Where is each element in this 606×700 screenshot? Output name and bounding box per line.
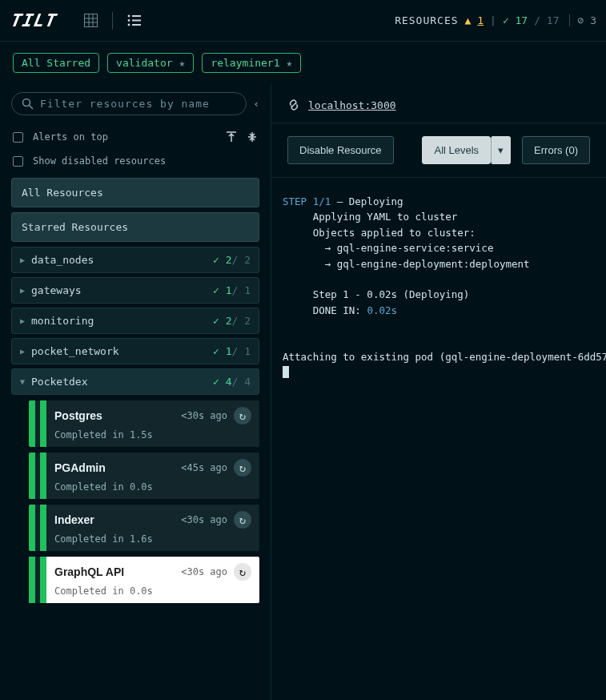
- group-pocket-network[interactable]: ▶ pocket_network ✓ 1 / 1: [11, 338, 259, 364]
- group-monitoring[interactable]: ▶ monitoring ✓ 2 / 2: [11, 308, 259, 334]
- resource-graphql-api[interactable]: GraphQL API <30s ago ↻ Completed in 0.0s: [29, 557, 259, 603]
- resource-pgadmin[interactable]: PGAdmin <45s ago ↻ Completed in 0.0s: [29, 453, 259, 499]
- show-disabled-option[interactable]: Show disabled resources: [11, 149, 259, 173]
- svg-point-11: [23, 99, 30, 107]
- chevron-down-icon: ▼: [20, 377, 25, 386]
- svg-point-5: [128, 15, 130, 18]
- star-icon[interactable]: ★: [179, 57, 186, 69]
- warning-count[interactable]: ▲ 1: [465, 14, 484, 26]
- disable-resource-button[interactable]: Disable Resource: [287, 136, 394, 164]
- reload-icon[interactable]: ↻: [234, 459, 251, 477]
- errors-filter-button[interactable]: Errors (0): [522, 136, 590, 164]
- checkbox-icon[interactable]: [13, 156, 23, 167]
- expand-all-icon[interactable]: [226, 131, 237, 143]
- svg-point-9: [128, 24, 130, 26]
- svg-point-7: [128, 19, 130, 22]
- sidebar: ‹ Alerts on top Show disabled resources …: [0, 84, 271, 700]
- view-switcher: [84, 12, 141, 30]
- ok-count[interactable]: ✓ 17: [503, 14, 528, 26]
- collapse-all-icon[interactable]: [247, 131, 258, 143]
- status-bar: RESOURCES ▲ 1 | ✓ 17 / 17 ⊘ 3: [395, 14, 596, 26]
- star-icon[interactable]: ★: [286, 57, 292, 69]
- search-input-wrap[interactable]: [11, 92, 247, 115]
- chevron-right-icon: ▶: [20, 316, 25, 325]
- tag-all-starred[interactable]: All Starred: [13, 53, 99, 73]
- chevron-right-icon: ▶: [20, 286, 25, 295]
- reload-icon[interactable]: ↻: [234, 407, 251, 424]
- group-data-nodes[interactable]: ▶ data_nodes ✓ 2 / 2: [11, 247, 259, 273]
- tag-relayminer1[interactable]: relayminer1★: [202, 53, 301, 73]
- reload-icon[interactable]: ↻: [234, 511, 251, 529]
- link-icon: [287, 99, 300, 111]
- tag-validator[interactable]: validator★: [107, 53, 194, 73]
- chevron-down-icon[interactable]: ▾: [491, 136, 511, 164]
- list-view-icon[interactable]: [127, 14, 141, 26]
- logo: TILT: [8, 10, 56, 30]
- svg-rect-6: [132, 15, 141, 17]
- checkbox-icon[interactable]: [13, 132, 23, 143]
- search-icon: [22, 98, 34, 110]
- chevron-right-icon: ▶: [20, 255, 25, 264]
- grid-view-icon[interactable]: [84, 14, 98, 27]
- disabled-count[interactable]: ⊘ 3: [569, 14, 596, 26]
- divider: [112, 12, 113, 30]
- endpoint-link[interactable]: localhost:3000: [308, 99, 396, 111]
- detail-pane: localhost:3000 Disable Resource All Leve…: [271, 84, 606, 700]
- resource-postgres[interactable]: Postgres <30s ago ↻ Completed in 1.5s: [29, 400, 259, 447]
- alerts-on-top-option[interactable]: Alerts on top: [11, 125, 259, 149]
- filter-tags: All Starred validator★ relayminer1★: [0, 42, 606, 84]
- log-toolbar: Disable Resource All Levels ▾ Errors (0): [271, 123, 606, 178]
- app-header: TILT RESOURCES ▲ 1 | ✓ 17 / 17 ⊘ 3: [0, 0, 606, 42]
- resource-indexer[interactable]: Indexer <30s ago ↻ Completed in 1.6s: [29, 505, 259, 551]
- svg-rect-0: [84, 14, 97, 27]
- reload-icon[interactable]: ↻: [234, 563, 251, 581]
- svg-line-12: [30, 106, 34, 110]
- group-gateways[interactable]: ▶ gateways ✓ 1 / 1: [11, 277, 259, 304]
- svg-rect-8: [132, 20, 141, 22]
- log-level-select[interactable]: All Levels ▾: [422, 136, 511, 164]
- log-output[interactable]: STEP 1/1 — Deploying Applying YAML to cl…: [271, 178, 606, 700]
- chevron-right-icon: ▶: [20, 347, 25, 356]
- nav-all-resources[interactable]: All Resources: [11, 178, 259, 207]
- nav-starred-resources[interactable]: Starred Resources: [11, 212, 259, 242]
- resources-label: RESOURCES: [395, 14, 458, 26]
- group-pocketdex[interactable]: ▼ Pocketdex ✓ 4 / 4: [11, 368, 259, 395]
- collapse-sidebar-icon[interactable]: ‹: [253, 98, 259, 110]
- svg-rect-10: [132, 24, 141, 26]
- search-input[interactable]: [40, 98, 236, 110]
